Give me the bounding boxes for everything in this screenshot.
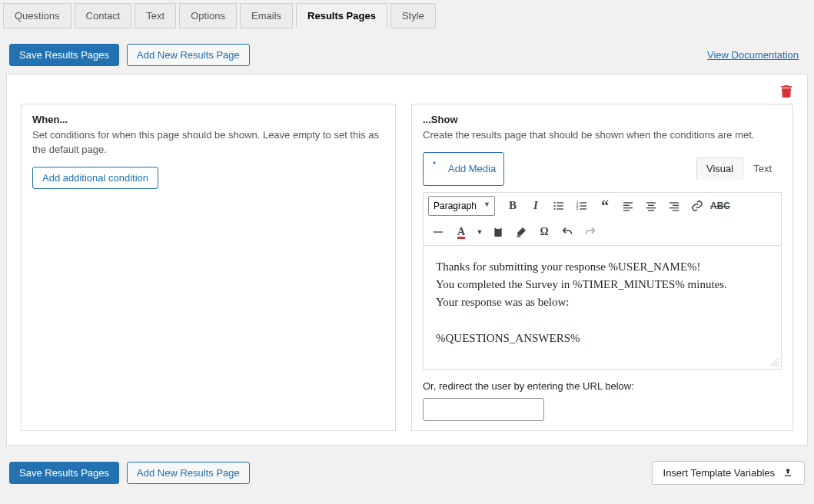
- svg-rect-15: [623, 207, 633, 208]
- svg-rect-22: [673, 205, 679, 206]
- svg-rect-20: [648, 210, 654, 211]
- add-condition-button[interactable]: Add additional condition: [32, 167, 158, 189]
- tab-questions[interactable]: Questions: [3, 3, 71, 28]
- svg-rect-23: [669, 207, 679, 208]
- wysiwyg-editor: Paragraph B I 123 “: [423, 192, 782, 370]
- paste-icon[interactable]: [488, 222, 508, 242]
- align-left-icon[interactable]: [618, 196, 638, 216]
- tab-options[interactable]: Options: [179, 3, 237, 28]
- add-new-results-page-button-bottom[interactable]: Add New Results Page: [127, 462, 250, 484]
- svg-rect-16: [623, 210, 630, 211]
- tab-contact[interactable]: Contact: [75, 3, 132, 28]
- svg-rect-24: [673, 210, 679, 211]
- results-page-panel: When... Set conditions for when this pag…: [6, 74, 808, 446]
- svg-rect-12: [580, 208, 586, 209]
- align-right-icon[interactable]: [664, 196, 684, 216]
- top-action-row: Save Results Pages Add New Results Page …: [0, 28, 814, 74]
- view-documentation-link[interactable]: View Documentation: [707, 49, 799, 61]
- add-media-label: Add Media: [448, 163, 496, 174]
- svg-rect-21: [669, 202, 679, 203]
- svg-point-1: [554, 202, 556, 204]
- redo-icon[interactable]: [580, 222, 600, 242]
- when-column: When... Set conditions for when this pag…: [21, 104, 396, 431]
- editor-mode-tabs: Visual Text: [696, 158, 782, 180]
- tab-text[interactable]: Text: [135, 3, 176, 28]
- svg-rect-13: [623, 202, 633, 203]
- italic-icon[interactable]: I: [526, 196, 546, 216]
- text-color-dropdown-icon[interactable]: ▼: [474, 222, 485, 242]
- svg-rect-14: [623, 205, 630, 206]
- tab-emails[interactable]: Emails: [240, 3, 293, 28]
- media-icon: [431, 157, 444, 181]
- bold-icon[interactable]: B: [503, 196, 523, 216]
- svg-rect-4: [557, 202, 563, 203]
- content-line-1: Thanks for submitting your response %USE…: [436, 258, 769, 276]
- svg-rect-11: [580, 205, 586, 206]
- blockquote-icon[interactable]: “: [595, 196, 615, 216]
- link-icon[interactable]: [687, 196, 707, 216]
- content-line-4: %QUESTIONS_ANSWERS%: [436, 330, 769, 347]
- svg-rect-27: [496, 227, 500, 229]
- strikethrough-icon[interactable]: ABC: [710, 196, 730, 216]
- svg-rect-5: [557, 205, 563, 206]
- editor-toolbar: Paragraph B I 123 “: [424, 193, 781, 246]
- svg-rect-19: [646, 207, 656, 208]
- editor-tab-visual[interactable]: Visual: [696, 158, 743, 180]
- bullet-list-icon[interactable]: [549, 196, 569, 216]
- horizontal-rule-icon[interactable]: [428, 222, 448, 242]
- insert-template-label: Insert Template Variables: [663, 467, 775, 479]
- format-select[interactable]: Paragraph: [428, 196, 495, 216]
- bottom-action-row: Save Results Pages Add New Results Page …: [0, 453, 814, 494]
- insert-template-variables-button[interactable]: Insert Template Variables: [652, 461, 805, 485]
- upload-icon: [782, 467, 793, 478]
- clear-formatting-icon[interactable]: [511, 222, 531, 242]
- svg-point-3: [554, 208, 556, 210]
- editor-content[interactable]: Thanks for submitting your response %USE…: [424, 246, 781, 369]
- show-column: ...Show Create the results page that sho…: [411, 104, 793, 431]
- show-description: Create the results page that should be s…: [423, 128, 782, 143]
- svg-rect-25: [434, 231, 443, 232]
- svg-point-2: [554, 205, 556, 207]
- editor-tab-text[interactable]: Text: [743, 158, 782, 180]
- add-media-button[interactable]: Add Media: [423, 152, 504, 186]
- svg-rect-6: [557, 208, 563, 209]
- align-center-icon[interactable]: [641, 196, 661, 216]
- svg-text:3: 3: [576, 207, 579, 211]
- when-heading: When...: [32, 114, 384, 125]
- when-description: Set conditions for when this page should…: [32, 128, 384, 158]
- save-button[interactable]: Save Results Pages: [9, 44, 119, 66]
- content-line-3: Your response was as below:: [436, 293, 769, 311]
- numbered-list-icon[interactable]: 123: [572, 196, 592, 216]
- save-button-bottom[interactable]: Save Results Pages: [9, 462, 119, 484]
- undo-icon[interactable]: [557, 222, 577, 242]
- redirect-label: Or, redirect the user by entering the UR…: [423, 380, 782, 392]
- resize-grip-icon[interactable]: [771, 359, 779, 366]
- svg-rect-17: [646, 202, 656, 203]
- svg-point-0: [434, 161, 436, 164]
- text-color-icon[interactable]: A: [451, 222, 471, 242]
- main-tabs: Questions Contact Text Options Emails Re…: [0, 0, 814, 28]
- svg-rect-10: [580, 202, 586, 203]
- show-heading: ...Show: [423, 114, 782, 125]
- svg-rect-18: [648, 205, 654, 206]
- tab-style[interactable]: Style: [390, 3, 436, 28]
- special-character-icon[interactable]: Ω: [534, 222, 554, 242]
- svg-rect-26: [494, 228, 501, 237]
- trash-icon[interactable]: [781, 85, 792, 98]
- redirect-url-input[interactable]: [423, 398, 544, 421]
- content-line-2: You completed the Survey in %TIMER_MINUT…: [436, 276, 769, 293]
- add-new-results-page-button[interactable]: Add New Results Page: [127, 44, 250, 66]
- tab-results-pages[interactable]: Results Pages: [296, 3, 387, 28]
